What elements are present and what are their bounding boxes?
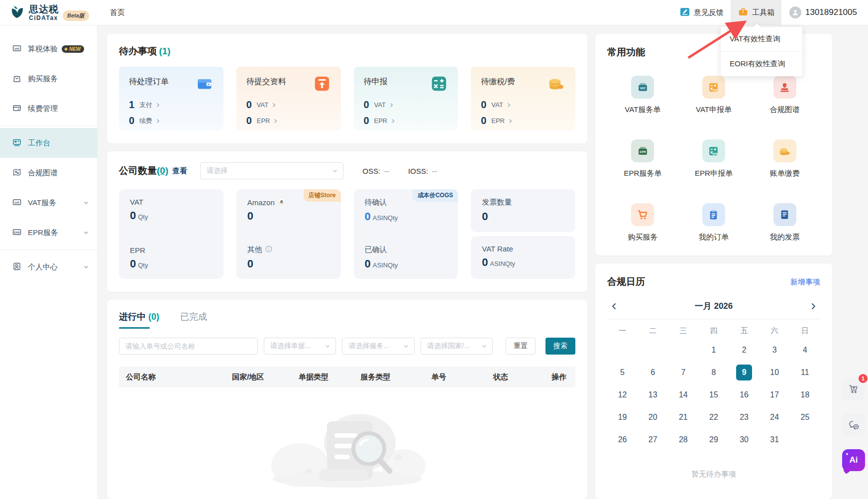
calendar-day[interactable]: 6 <box>638 361 668 383</box>
user-avatar-icon[interactable] <box>789 6 801 18</box>
toolbox-button[interactable]: 工具箱 <box>731 0 781 25</box>
calendar-day[interactable]: 8 <box>698 361 729 383</box>
quick-item-my-orders[interactable]: 我的订单 <box>678 203 750 242</box>
calendar-day <box>668 339 698 361</box>
calendar-day[interactable]: 18 <box>790 383 820 406</box>
tab-completed[interactable]: 已完成 <box>180 311 207 329</box>
sidebar-item-workbench[interactable]: 工作台 <box>0 128 97 158</box>
calendar-day[interactable]: 4 <box>790 339 820 361</box>
calendar-day[interactable]: 19 <box>607 406 638 428</box>
epr-badge-icon: EPR <box>631 139 654 162</box>
cart-float-button[interactable]: 1 <box>842 377 865 400</box>
filter-doc-type-select[interactable]: 请选择单据... <box>264 338 336 355</box>
orders-section: 进行中 (0) 已完成 请选择单据... 请选择服务... <box>107 300 587 499</box>
todo-card-pending-materials: 待提交资料 0 VAT 0 EPR <box>236 67 341 130</box>
quick-item-my-invoices[interactable]: 我的发票 <box>749 203 820 242</box>
todo-link-pay[interactable]: 1 支付 <box>129 99 214 111</box>
calendar-day[interactable]: 7 <box>668 361 698 383</box>
calendar-day[interactable]: 24 <box>760 406 790 428</box>
calendar-day[interactable]: 26 <box>607 428 638 451</box>
calendar-day[interactable]: 29 <box>698 428 729 451</box>
brand-logo[interactable]: 思达税 CiDATax Beta版 <box>9 3 89 22</box>
quick-item-buy-services[interactable]: 购买服务 <box>607 203 678 242</box>
todo-link-epr[interactable]: 0 EPR <box>364 115 448 126</box>
menu-item-eori-validity[interactable]: EORI有效性查询 <box>721 51 802 76</box>
sidebar-item-tax-trial[interactable]: VAT 算税体验 ◆NEW <box>0 34 97 64</box>
calendar-prev-icon[interactable] <box>610 302 618 310</box>
logo-icon <box>9 3 26 22</box>
sidebar-item-compliance-map[interactable]: 合规图谱 <box>0 158 97 188</box>
feedback-button[interactable]: 意见反馈 <box>672 0 731 25</box>
quick-item-bill-payment[interactable]: 账单缴费 <box>749 139 820 178</box>
filter-service-type-select[interactable]: 请选择服务... <box>342 338 414 355</box>
chat-float-button[interactable] <box>842 413 865 436</box>
ai-assistant-button[interactable]: ✦ Ai <box>842 449 865 471</box>
chevron-down-icon <box>403 343 409 349</box>
todo-link-epr[interactable]: 0 EPR <box>246 115 331 126</box>
sidebar-item-buy-services[interactable]: 购买服务 <box>0 64 97 94</box>
company-count-link[interactable]: (0) <box>157 165 168 176</box>
quick-item-epr-declaration[interactable]: EPR EPR申报单 <box>678 139 750 178</box>
tab-in-progress[interactable]: 进行中 (0) <box>119 311 159 329</box>
calendar-day[interactable]: 16 <box>729 383 760 406</box>
calendar-day[interactable]: 21 <box>668 406 698 428</box>
todo-link-renew[interactable]: 0 续费 <box>129 115 214 126</box>
calendar-day[interactable]: 27 <box>638 428 668 451</box>
chevron-right-icon <box>156 103 160 108</box>
info-icon[interactable] <box>265 246 272 254</box>
calendar-day[interactable]: 20 <box>638 406 668 428</box>
calendar-title: 合规日历 <box>607 275 645 288</box>
epr-calculator-icon: EPR <box>702 139 725 162</box>
calendar-day[interactable]: 15 <box>698 383 729 406</box>
calendar-day[interactable]: 11 <box>790 361 820 383</box>
calendar-day[interactable]: 2 <box>729 339 760 361</box>
order-search-input[interactable] <box>119 338 258 355</box>
vat-badge-icon: VAT <box>631 76 654 99</box>
sidebar-item-personal-center[interactable]: 个人中心 <box>0 252 97 282</box>
add-event-link[interactable]: 新增事项 <box>790 277 820 287</box>
calendar-day[interactable]: 1 <box>698 339 729 361</box>
todo-link-vat[interactable]: 0 VAT <box>364 99 448 111</box>
map-icon <box>12 167 22 179</box>
reset-button[interactable]: 重置 <box>506 338 536 355</box>
stat-box-invoices: 发票数量 0 <box>471 189 575 232</box>
calendar-day[interactable]: 14 <box>668 383 698 406</box>
sidebar-item-vat-services[interactable]: VAT VAT服务 <box>0 188 97 218</box>
search-button[interactable]: 搜索 <box>545 338 575 355</box>
oss-readout: OSS: -- <box>362 167 389 175</box>
chevron-down-icon <box>83 229 89 237</box>
stat-box-vat-rate: VAT Rate 0ASINQty <box>471 236 575 279</box>
filter-country-select[interactable]: 请选择国家/... <box>421 338 493 355</box>
calendar-next-icon[interactable] <box>809 302 817 310</box>
main-content: 待办事项 (1) 待处理订单 1 支付 <box>97 25 868 499</box>
company-select[interactable]: 请选择 <box>200 162 343 179</box>
todo-link-vat[interactable]: 0 VAT <box>481 99 565 111</box>
todo-section: 待办事项 (1) 待处理订单 1 支付 <box>107 34 587 143</box>
nav-home[interactable]: 首页 <box>110 8 125 17</box>
upload-icon <box>313 75 331 95</box>
sidebar-item-epr-services[interactable]: EPR EPR服务 <box>0 218 97 248</box>
user-phone[interactable]: 13018921005 <box>805 7 857 17</box>
calendar-day[interactable]: 22 <box>698 406 729 428</box>
quick-item-epr-service[interactable]: EPR EPR服务单 <box>607 139 678 178</box>
calendar-day[interactable]: 23 <box>729 406 760 428</box>
calendar-day[interactable]: 12 <box>607 383 638 406</box>
calendar-day[interactable]: 25 <box>790 406 820 428</box>
calendar-day[interactable]: 31 <box>760 428 790 451</box>
calendar-day[interactable]: 3 <box>760 339 790 361</box>
quick-item-vat-service[interactable]: VAT VAT服务单 <box>607 76 678 115</box>
calendar-day[interactable]: 28 <box>668 428 698 451</box>
calendar-day[interactable]: 10 <box>760 361 790 383</box>
calendar-day[interactable]: 13 <box>638 383 668 406</box>
calendar-day[interactable]: 9 <box>729 361 760 383</box>
calendar-day[interactable]: 5 <box>607 361 638 383</box>
quick-item-vat-declaration[interactable]: VAT VAT申报单 <box>678 76 750 115</box>
sidebar-item-renewal[interactable]: 续费管理 <box>0 94 97 124</box>
calendar-day[interactable]: 17 <box>760 383 790 406</box>
todo-link-epr[interactable]: 0 EPR <box>481 115 565 126</box>
menu-item-vat-validity[interactable]: VAT有效性查询 <box>721 27 802 51</box>
quick-item-compliance-map[interactable]: 合规图谱 <box>749 76 820 115</box>
todo-link-vat[interactable]: 0 VAT <box>246 99 331 111</box>
company-view-link[interactable]: 查看 <box>172 166 187 176</box>
calendar-day[interactable]: 30 <box>729 428 760 451</box>
